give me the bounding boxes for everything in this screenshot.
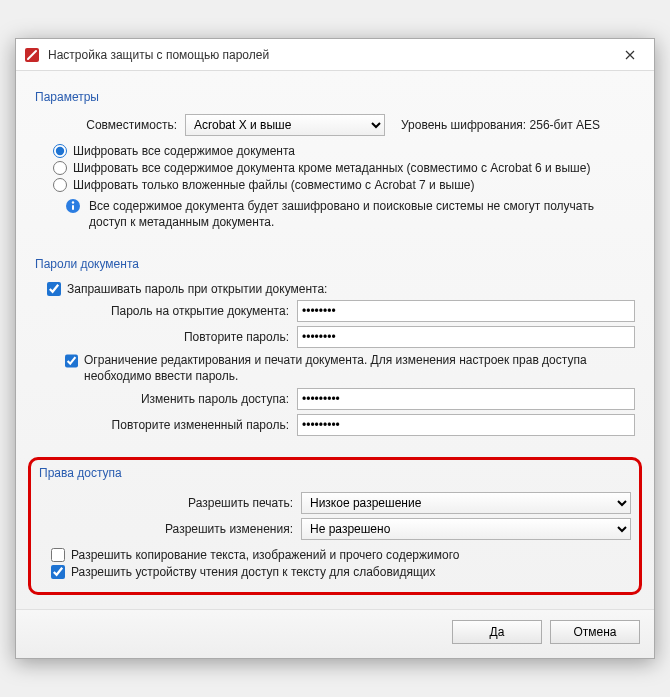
dialog-window: Настройка защиты с помощью паролей Парам… (15, 38, 655, 659)
app-icon (24, 47, 40, 63)
group-params-heading: Параметры (35, 88, 635, 112)
allow-edit-select[interactable]: Не разрешено (301, 518, 631, 540)
svg-point-3 (72, 201, 74, 203)
window-title: Настройка защиты с помощью паролей (48, 48, 610, 62)
check-require-open-input[interactable] (47, 282, 61, 296)
radio-encrypt-attachments[interactable]: Шифровать только вложенные файлы (совмес… (53, 178, 635, 192)
dialog-body: Параметры Совместимость: Acrobat X и выш… (16, 71, 654, 609)
radio-encrypt-except-meta[interactable]: Шифровать все содержимое документа кроме… (53, 161, 635, 175)
change-password-label: Изменить пароль доступа: (35, 392, 297, 406)
info-text: Все содержимое документа будет зашифрова… (89, 198, 635, 230)
radio-encrypt-attachments-input[interactable] (53, 178, 67, 192)
check-copy-input[interactable] (51, 548, 65, 562)
open-password-label: Пароль на открытие документа: (35, 304, 297, 318)
encryption-level: Уровень шифрования: 256-бит AES (401, 118, 600, 132)
button-bar: Да Отмена (16, 609, 654, 658)
radio-encrypt-all[interactable]: Шифровать все содержимое документа (53, 144, 635, 158)
radio-encrypt-all-input[interactable] (53, 144, 67, 158)
group-params: Параметры Совместимость: Acrobat X и выш… (28, 81, 642, 243)
group-permissions-heading: Права доступа (39, 466, 631, 488)
close-icon (625, 50, 635, 60)
open-password-repeat-label: Повторите пароль: (35, 330, 297, 344)
change-password-input[interactable] (297, 388, 635, 410)
check-accessibility[interactable]: Разрешить устройству чтения доступ к тек… (51, 565, 631, 579)
open-password-input[interactable] (297, 300, 635, 322)
info-icon (65, 198, 81, 217)
allow-print-select[interactable]: Низкое разрешение (301, 492, 631, 514)
change-password-repeat-row: Повторите измененный пароль: (35, 414, 635, 436)
check-accessibility-input[interactable] (51, 565, 65, 579)
compatibility-row: Совместимость: Acrobat X и выше Уровень … (35, 114, 635, 136)
open-password-repeat-input[interactable] (297, 326, 635, 348)
compatibility-label: Совместимость: (35, 118, 185, 132)
allow-print-label: Разрешить печать: (39, 496, 301, 510)
allow-print-row: Разрешить печать: Низкое разрешение (39, 492, 631, 514)
group-passwords-heading: Пароли документа (35, 255, 635, 279)
titlebar: Настройка защиты с помощью паролей (16, 39, 654, 71)
change-password-repeat-label: Повторите измененный пароль: (35, 418, 297, 432)
open-password-repeat-row: Повторите пароль: (35, 326, 635, 348)
cancel-button[interactable]: Отмена (550, 620, 640, 644)
open-password-row: Пароль на открытие документа: (35, 300, 635, 322)
change-password-row: Изменить пароль доступа: (35, 388, 635, 410)
change-password-repeat-input[interactable] (297, 414, 635, 436)
group-permissions: Права доступа Разрешить печать: Низкое р… (28, 457, 642, 595)
info-row: Все содержимое документа будет зашифрова… (65, 198, 635, 230)
allow-edit-label: Разрешить изменения: (39, 522, 301, 536)
radio-encrypt-except-meta-input[interactable] (53, 161, 67, 175)
check-restrict-input[interactable] (65, 354, 78, 368)
check-copy[interactable]: Разрешить копирование текста, изображени… (51, 548, 631, 562)
svg-rect-2 (72, 205, 74, 210)
close-button[interactable] (610, 41, 650, 69)
check-restrict[interactable]: Ограничение редактирования и печати доку… (65, 352, 635, 384)
ok-button[interactable]: Да (452, 620, 542, 644)
check-require-open[interactable]: Запрашивать пароль при открытии документ… (47, 282, 635, 296)
allow-edit-row: Разрешить изменения: Не разрешено (39, 518, 631, 540)
group-passwords: Пароли документа Запрашивать пароль при … (28, 248, 642, 451)
compatibility-select[interactable]: Acrobat X и выше (185, 114, 385, 136)
